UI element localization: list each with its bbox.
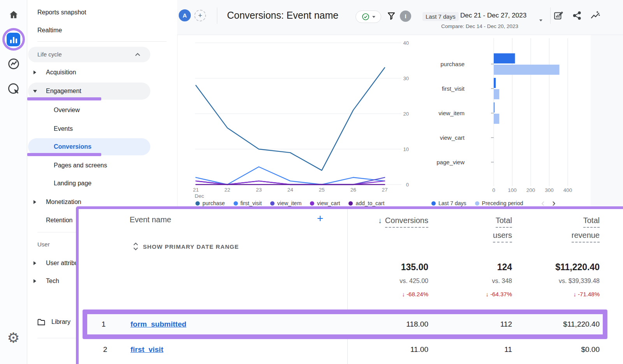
chevron-down-icon[interactable]	[539, 19, 542, 21]
chevron-right-icon	[33, 279, 36, 283]
filter-icon[interactable]	[387, 11, 396, 21]
nav-divider	[37, 41, 167, 42]
line-chart-xtick-label: 27	[382, 187, 387, 193]
line-chart-xtick-label: 25	[319, 187, 325, 193]
insights-icon[interactable]	[590, 11, 600, 21]
cell-conversions: 11.00	[410, 339, 428, 360]
line-chart-x-sublabel: Dec	[195, 193, 204, 199]
legend-item: add_to_cart	[348, 200, 384, 206]
charts-panel: 01020304021222324252627Dec0100200300400p…	[177, 35, 591, 206]
ga4-conversions-report: ⚙ Reports snapshot Realtime Life cycle A…	[0, 0, 623, 364]
bar-category-label: view_cart	[440, 134, 465, 141]
legend-dot	[475, 201, 479, 206]
decrease-arrow-icon: ↓	[573, 291, 576, 297]
add-comparison-button[interactable]: +	[194, 10, 206, 21]
event-link[interactable]: form_submitted	[130, 314, 187, 334]
share-icon[interactable]	[572, 11, 582, 21]
column-label: Total	[496, 215, 512, 228]
chevron-right-icon	[33, 200, 36, 204]
sidebar-item-realtime[interactable]: Realtime	[27, 23, 177, 37]
line-chart-legend: purchase first_visit view_item view_cart…	[195, 200, 384, 206]
total-delta: -68.24%	[407, 291, 428, 297]
bar-purchase-current	[494, 53, 515, 63]
cell-conversions: 118.00	[406, 314, 428, 334]
sidebar-item-landing-page[interactable]: Landing page	[27, 176, 177, 190]
header-divider	[550, 7, 551, 24]
customize-report-icon[interactable]	[553, 11, 563, 21]
sidebar-item-overview[interactable]: Overview	[27, 103, 177, 117]
date-preset-label: Last 7 days	[422, 12, 459, 21]
legend-item: view_item	[270, 200, 301, 206]
charts-canvas: 01020304021222324252627Dec0100200300400p…	[178, 35, 591, 206]
page-margin	[591, 35, 623, 206]
total-vs: vs. 348	[486, 276, 512, 286]
info-badge[interactable]: I	[400, 11, 411, 22]
legend-item: purchase	[195, 200, 225, 206]
legend-label: purchase	[202, 200, 225, 206]
line-series-view_cart	[196, 181, 385, 185]
home-icon[interactable]	[8, 9, 19, 22]
sidebar-item-events[interactable]: Events	[27, 122, 177, 136]
line-chart-xtick-label: 21	[193, 187, 199, 193]
decrease-arrow-icon: ↓	[486, 291, 489, 297]
sidebar-item-reports-snapshot[interactable]: Reports snapshot	[27, 5, 177, 19]
bar-purchase-preceding	[494, 65, 560, 75]
toggle-label: SHOW PRIMARY DATE RANGE	[143, 243, 239, 250]
sidebar-item-pages-and-screens[interactable]: Pages and screens	[27, 158, 177, 172]
bar-view_item-preceding	[494, 114, 499, 124]
legend-item: first_visit	[234, 200, 262, 206]
nav-label: Conversions	[28, 143, 92, 150]
explore-nav-icon[interactable]	[7, 58, 20, 72]
nav-label: Monetization	[46, 199, 81, 205]
account-avatar[interactable]: A	[179, 9, 191, 21]
legend-item: view_cart	[310, 200, 340, 206]
decrease-arrow-icon: ↓	[402, 291, 405, 297]
show-primary-date-range-toggle[interactable]: SHOW PRIMARY DATE RANGE	[133, 243, 239, 250]
legend-label: add_to_cart	[355, 200, 384, 206]
dimension-column-header[interactable]: Event name	[130, 215, 171, 224]
sidebar-item-library[interactable]: Library	[37, 314, 70, 330]
column-header-total-revenue[interactable]: Total revenue	[572, 215, 600, 245]
cell-revenue: $0.00	[581, 339, 600, 360]
table-row[interactable]: 2 first_visit 11.00 11 $0.00	[79, 339, 623, 360]
total-vs: vs. 425.00	[399, 276, 428, 286]
advertising-nav-icon[interactable]	[7, 83, 20, 97]
sidebar-item-acquisition[interactable]: Acquisition	[27, 65, 177, 79]
prev-page-icon[interactable]: ‹	[541, 198, 545, 206]
line-chart-xtick-label: 23	[256, 187, 262, 193]
line-chart-xtick-label: 24	[287, 187, 294, 193]
settings-gear-icon[interactable]: ⚙	[7, 331, 19, 345]
line-chart-ytick-label: 20	[403, 111, 409, 117]
report-valid-badge[interactable]	[355, 11, 381, 23]
bar-view_item-current	[494, 102, 495, 113]
reports-nav-icon[interactable]	[2, 28, 25, 51]
line-series-first_visit	[196, 167, 385, 185]
totals-users: 124 vs. 348 ↓ -64.37%	[486, 262, 512, 299]
table-row[interactable]: 1 form_submitted 118.00 112 $11,220.40	[87, 314, 603, 334]
event-link[interactable]: first_visit	[130, 339, 163, 360]
bar-chart-xtick-label: 400	[563, 187, 572, 193]
left-icon-rail: ⚙	[0, 0, 27, 364]
column-header-total-users[interactable]: Total users	[493, 215, 512, 245]
bar-chart-icon	[7, 33, 20, 46]
legend-dot	[270, 201, 275, 206]
page-title: Conversions: Event name	[227, 10, 338, 21]
row-index: 2	[100, 339, 110, 360]
bar-category-label: view_item	[438, 110, 465, 116]
line-chart-xtick-label: 26	[350, 187, 356, 193]
column-header-conversions[interactable]: ↓Conversions	[378, 215, 428, 228]
date-range-selector[interactable]: Dec 21 - Dec 27, 2023	[460, 12, 526, 19]
line-chart-ytick-label: 0	[406, 182, 409, 188]
totals-conversions: 135.00 vs. 425.00 ↓ -68.24%	[399, 262, 428, 299]
sort-descending-icon: ↓	[378, 216, 382, 225]
bar-chart-xtick-label: 300	[545, 187, 554, 193]
total-value: 135.00	[399, 262, 428, 272]
chevron-down-icon	[33, 90, 37, 93]
bar-chart-legend: Last 7 days Preceding period	[431, 200, 523, 206]
section-header-life-cycle[interactable]: Life cycle	[28, 47, 150, 62]
column-label: revenue	[572, 230, 600, 243]
add-column-button[interactable]: +	[317, 212, 323, 225]
header-divider	[217, 7, 217, 24]
bar-category-label: page_view	[436, 159, 465, 165]
next-page-icon[interactable]: ›	[552, 198, 556, 206]
